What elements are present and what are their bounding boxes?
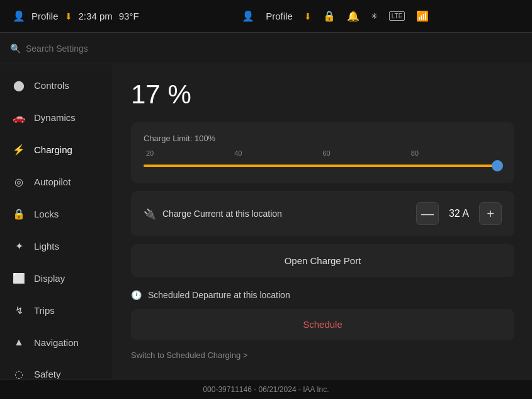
tick-20: 20	[146, 149, 154, 157]
locks-label: Locks	[34, 209, 59, 219]
charge-current-label: Charge Current at this location	[162, 209, 282, 219]
safety-label: Safety	[34, 369, 61, 379]
search-icon: 🔍	[10, 43, 21, 54]
charge-limit-label: Charge Limit: 100%	[144, 134, 502, 143]
scheduled-section: 🕐 Scheduled Departure at this location	[131, 290, 514, 300]
locks-icon: 🔒	[13, 208, 25, 220]
charge-current-left: 🔌 Charge Current at this location	[144, 208, 282, 220]
charge-current-controls: — 32 A +	[416, 202, 502, 225]
slider-ticks: 20 40 60 80	[144, 149, 502, 157]
sidebar-item-autopilot[interactable]: ◎ Autopilot	[0, 166, 113, 198]
trips-icon: ↯	[13, 304, 25, 316]
charge-limit-section: Charge Limit: 100% 20 40 60 80	[131, 122, 514, 183]
charging-icon: ⚡	[13, 144, 25, 156]
sidebar: ⬤ Controls 🚗 Dynamics ⚡ Charging ◎ Autop…	[0, 64, 113, 379]
display-label: Display	[34, 273, 65, 284]
sidebar-item-locks[interactable]: 🔒 Locks	[0, 198, 113, 230]
clock-icon: 🕐	[131, 290, 142, 300]
scheduled-label: Scheduled Departure at this location	[148, 290, 290, 300]
charge-current-section: 🔌 Charge Current at this location — 32 A…	[131, 191, 514, 236]
sidebar-item-charging[interactable]: ⚡ Charging	[0, 134, 113, 166]
charge-percent: 17 %	[131, 79, 514, 110]
status-bar-left: 👤 Profile ⬇ 2:34 pm 93°F	[13, 10, 139, 22]
bluetooth-icon: ✳	[371, 11, 378, 21]
dynamics-label: Dynamics	[34, 112, 76, 123]
charge-value: 32 A	[449, 208, 469, 219]
search-input[interactable]	[26, 43, 522, 54]
bell-icon: 🔔	[347, 10, 359, 22]
profile-center-icon: 👤	[242, 10, 254, 22]
tick-80: 80	[411, 149, 419, 157]
charging-label: Charging	[34, 144, 72, 155]
status-time: 2:34 pm	[79, 11, 113, 21]
footer: 000-39711146 - 06/21/2024 - IAA Inc.	[0, 379, 532, 399]
temperature: 93°F	[119, 11, 139, 21]
safety-icon: ◌	[13, 368, 25, 379]
footer-text: 000-39711146 - 06/21/2024 - IAA Inc.	[203, 385, 329, 394]
profile-center-label: Profile	[266, 11, 293, 21]
schedule-button[interactable]: Schedule	[303, 319, 342, 330]
trips-label: Trips	[34, 305, 55, 316]
main-layout: ⬤ Controls 🚗 Dynamics ⚡ Charging ◎ Autop…	[0, 64, 532, 379]
decrement-button[interactable]: —	[416, 202, 439, 225]
profile-icon: 👤	[13, 10, 25, 22]
search-bar-row: 🔍	[0, 33, 532, 64]
autopilot-label: Autopilot	[34, 176, 71, 187]
status-bar-center: 👤 Profile ⬇ 🔒 🔔 ✳ LTE 📶	[152, 10, 519, 22]
plug-icon: 🔌	[144, 208, 156, 220]
sidebar-item-lights[interactable]: ✦ Lights	[0, 230, 113, 262]
center-download-icon: ⬇	[304, 11, 312, 21]
slider-track	[144, 165, 502, 167]
status-bar: 👤 Profile ⬇ 2:34 pm 93°F 👤 Profile ⬇ 🔒 🔔…	[0, 0, 532, 33]
sidebar-item-display[interactable]: ⬜ Display	[0, 262, 113, 294]
lights-icon: ✦	[13, 240, 25, 252]
content-area: 17 % Charge Limit: 100% 20 40 60 80 🔌	[113, 64, 532, 379]
switch-link[interactable]: Switch to Scheduled Charging >	[131, 348, 514, 362]
autopilot-icon: ◎	[13, 176, 25, 188]
sidebar-item-controls[interactable]: ⬤ Controls	[0, 69, 113, 101]
increment-button[interactable]: +	[479, 202, 502, 225]
dynamics-icon: 🚗	[13, 112, 25, 124]
slider-fill	[144, 165, 502, 167]
lte-badge: LTE	[389, 11, 405, 21]
lock-icon: 🔒	[323, 10, 336, 22]
sidebar-item-safety[interactable]: ◌ Safety	[0, 358, 113, 379]
open-charge-port-button[interactable]: Open Charge Port	[131, 244, 514, 277]
controls-label: Controls	[34, 80, 69, 91]
navigation-icon: ▲	[13, 337, 25, 348]
controls-icon: ⬤	[13, 79, 25, 91]
slider-container[interactable]	[144, 159, 502, 172]
signal-icon: 📶	[416, 10, 429, 22]
navigation-label: Navigation	[34, 337, 79, 348]
profile-label: Profile	[31, 11, 59, 21]
tick-40: 40	[234, 149, 242, 157]
lights-label: Lights	[34, 241, 59, 252]
schedule-btn-section: Schedule	[131, 309, 514, 340]
download-icon: ⬇	[65, 11, 72, 21]
sidebar-item-trips[interactable]: ↯ Trips	[0, 294, 113, 327]
display-icon: ⬜	[13, 272, 25, 284]
tick-60: 60	[323, 149, 331, 157]
sidebar-item-navigation[interactable]: ▲ Navigation	[0, 327, 113, 358]
slider-thumb[interactable]	[492, 160, 503, 171]
sidebar-item-dynamics[interactable]: 🚗 Dynamics	[0, 101, 113, 134]
